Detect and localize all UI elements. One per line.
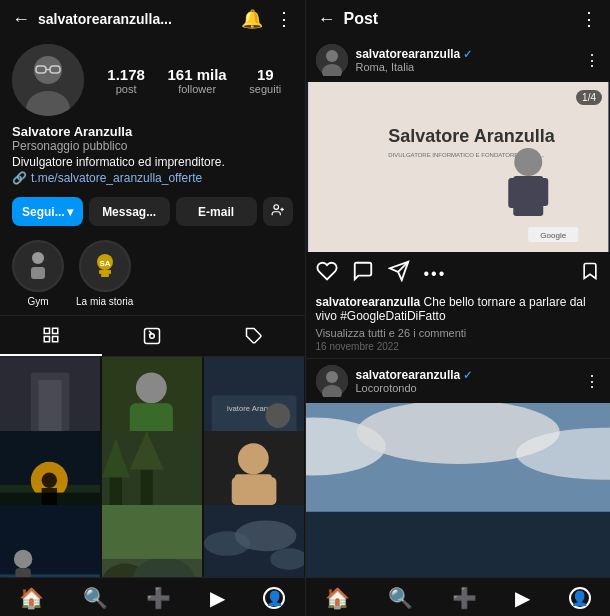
right-panel: ← Post ⋮ salvatorearanzulla ✓ Roma, Ital…	[306, 0, 611, 616]
bio-category: Personaggio pubblico	[12, 139, 293, 153]
highlight-storia-label: La mia storia	[76, 296, 133, 307]
left-bottom-nav: 🏠 🔍 ➕ ▶ 👤	[0, 577, 305, 616]
follow-button[interactable]: Segui... ▾	[12, 197, 83, 226]
right-profile-icon[interactable]: 👤	[569, 587, 591, 609]
caption-username: salvatorearanzulla	[316, 295, 421, 309]
back-icon[interactable]: ←	[12, 9, 30, 30]
posts-label: post	[116, 83, 137, 95]
highlight-gym[interactable]: Gym	[12, 240, 64, 307]
highlight-mia-storia[interactable]: SA La mia storia	[76, 240, 133, 307]
svg-point-72	[514, 148, 542, 176]
grid-item-8[interactable]	[102, 505, 202, 577]
action-buttons: Segui... ▾ Messag... E-mail	[0, 191, 305, 232]
more-dots-icon[interactable]: •••	[424, 265, 447, 283]
right-home-icon[interactable]: 🏠	[325, 586, 350, 610]
reels-nav-icon[interactable]: ▶	[210, 586, 225, 610]
highlight-storia-circle: SA	[79, 240, 131, 292]
right-add-icon[interactable]: ➕	[452, 586, 477, 610]
comment-icon[interactable]	[352, 260, 374, 287]
svg-rect-14	[99, 270, 111, 274]
post-more-icon[interactable]: ⋮	[584, 51, 600, 70]
home-nav-icon[interactable]: 🏠	[19, 586, 44, 610]
add-nav-icon[interactable]: ➕	[146, 586, 171, 610]
svg-point-81	[326, 371, 338, 383]
comments-link[interactable]: Visualizza tutti e 26 i commenti	[306, 327, 611, 339]
following-count: 19	[257, 66, 274, 83]
right-panel-title: Post	[344, 10, 573, 28]
second-post-image	[306, 403, 611, 577]
share-icon[interactable]	[388, 260, 410, 287]
tab-tagged[interactable]	[203, 316, 305, 356]
svg-rect-74	[508, 178, 518, 208]
svg-point-47	[238, 443, 269, 474]
following-label: seguiti	[249, 83, 281, 95]
svg-rect-51	[0, 505, 100, 577]
svg-point-66	[326, 50, 338, 62]
svg-point-6	[273, 205, 278, 210]
message-button[interactable]: Messag...	[89, 197, 170, 226]
svg-rect-19	[44, 337, 49, 342]
grid-item-9[interactable]	[204, 505, 304, 577]
second-post-more-icon[interactable]: ⋮	[584, 372, 600, 391]
post-username: salvatorearanzulla ✓	[356, 47, 577, 61]
left-panel: ← salvatorearanzulla... 🔔 ⋮ 1.178 post	[0, 0, 306, 616]
svg-rect-75	[538, 178, 548, 206]
svg-rect-50	[264, 477, 276, 505]
profile-nav-icon[interactable]: 👤	[263, 587, 285, 609]
right-more-icon[interactable]: ⋮	[580, 8, 598, 30]
right-back-icon[interactable]: ←	[318, 9, 336, 30]
nav-icons: 🔔 ⋮	[241, 8, 293, 30]
more-options-icon[interactable]: ⋮	[275, 8, 293, 30]
bio-description: Divulgatore informatico ed imprenditore.	[12, 155, 293, 169]
bookmark-icon[interactable]	[580, 261, 600, 286]
profile-username: salvatorearanzulla...	[38, 11, 233, 27]
post-date: 16 novembre 2022	[306, 339, 611, 358]
post-location: Roma, Italia	[356, 61, 577, 73]
post-avatar	[316, 44, 348, 76]
search-nav-icon[interactable]: 🔍	[83, 586, 108, 610]
email-button[interactable]: E-mail	[176, 197, 257, 226]
bio-section: Salvatore Aranzulla Personaggio pubblico…	[0, 124, 305, 191]
svg-rect-18	[52, 328, 57, 333]
right-bottom-nav: 🏠 🔍 ➕ ▶ 👤	[306, 577, 611, 616]
second-post-user-row: salvatorearanzulla ✓ Locorotondo ⋮	[306, 358, 611, 403]
right-search-icon[interactable]: 🔍	[388, 586, 413, 610]
highlights-row: Gym SA La mia storia	[0, 232, 305, 315]
second-post-location: Locorotondo	[356, 382, 577, 394]
following-stat[interactable]: 19 seguiti	[249, 66, 281, 95]
highlight-gym-label: Gym	[27, 296, 48, 307]
followers-stat[interactable]: 161 mila follower	[168, 66, 227, 95]
svg-text:SA: SA	[99, 259, 110, 268]
svg-rect-26	[39, 380, 62, 434]
svg-text:Google: Google	[540, 231, 566, 240]
notification-icon[interactable]: 🔔	[241, 8, 263, 30]
display-name: Salvatore Aranzulla	[12, 124, 293, 139]
svg-rect-52	[0, 574, 100, 577]
second-post-username: salvatorearanzulla ✓	[356, 368, 577, 382]
svg-point-33	[266, 403, 291, 428]
tab-grid[interactable]	[0, 316, 102, 356]
followers-label: follower	[178, 83, 216, 95]
right-reels-icon[interactable]: ▶	[515, 586, 530, 610]
svg-rect-58	[102, 505, 202, 559]
tab-reels[interactable]	[102, 316, 204, 356]
second-post-avatar	[316, 365, 348, 397]
bio-link[interactable]: 🔗 t.me/salvatore_aranzulla_offerte	[12, 171, 293, 185]
verified-badge: ✓	[463, 48, 472, 61]
svg-rect-17	[44, 328, 49, 333]
svg-rect-88	[306, 512, 611, 577]
link-icon: 🔗	[12, 171, 27, 185]
grid-item-7[interactable]	[0, 505, 100, 577]
right-top-nav: ← Post ⋮	[306, 0, 611, 38]
svg-rect-15	[101, 274, 109, 277]
link-url[interactable]: t.me/salvatore_aranzulla_offerte	[31, 171, 202, 185]
avatar	[12, 44, 84, 116]
svg-point-28	[136, 372, 167, 403]
post-actions: •••	[306, 252, 611, 295]
like-icon[interactable]	[316, 260, 338, 287]
add-friend-button[interactable]	[263, 197, 293, 226]
svg-rect-54	[15, 568, 30, 577]
svg-point-38	[42, 473, 57, 488]
posts-count: 1.178	[107, 66, 145, 83]
followers-count: 161 mila	[168, 66, 227, 83]
